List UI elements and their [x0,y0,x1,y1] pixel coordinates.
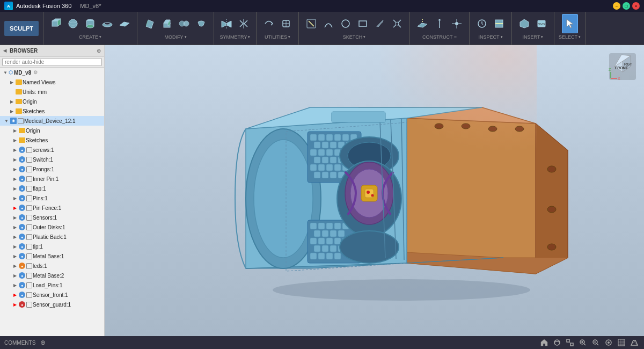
comments-add-button[interactable]: ⊕ [38,337,48,348]
construct-plane-button[interactable] [414,14,430,33]
tree-label-load-pins: Load_Pins:1 [33,282,63,288]
extrude-button[interactable] [159,14,175,33]
sketch-rect-button[interactable] [355,14,371,33]
model-3d[interactable] [203,75,579,306]
svg-point-69 [462,123,470,129]
tree-item-sketches2[interactable]: ▶ Sketches [0,135,104,145]
svg-rect-148 [567,339,569,342]
modify-label: MODIFY ▾ [165,34,187,40]
plane-tool-button[interactable] [116,14,133,33]
zoom-out-button[interactable] [590,337,601,348]
display-settings-button[interactable] [603,337,614,348]
tree-item-sensors[interactable]: ▶ ● Sensors:1 [0,213,104,222]
repair-button[interactable] [278,14,294,33]
select-button[interactable] [562,14,578,33]
tree-item-leds[interactable]: ▶ ● leds:1 [0,261,104,271]
utilities-label: UTILITIES ▾ [265,34,290,40]
tree-item-prongs[interactable]: ▶ ● Prongs:1 [0,164,104,174]
symmetry-remove-button[interactable] [236,14,252,33]
home-view-button[interactable] [539,337,550,348]
tree-arrow-metal-base: ▶ [12,253,18,259]
cylinder-tool-button[interactable] [82,14,98,33]
sphere-tool-button[interactable] [65,14,81,33]
tree-item-switch[interactable]: ▶ ● Switch:1 [0,155,104,164]
tree-item-metal-base[interactable]: ▶ ● Metal Base:1 [0,251,104,261]
tree-item-screws[interactable]: ▶ ● screws:1 [0,145,104,155]
tree-item-sketches[interactable]: ▶ Sketches [0,106,104,116]
folder-icon-origin2 [19,128,25,133]
svg-point-64 [547,206,556,213]
tree-item-sensor-guard[interactable]: ▶ ● Sensor_guard:1 [0,300,104,309]
sketch-circle-button[interactable] [338,14,354,33]
svg-rect-88 [318,149,325,156]
tree-item-medical-device[interactable]: ▼ ◉ Medical_Device_12:1 [0,116,104,126]
sketch-arc-button[interactable] [320,14,336,33]
box-tool-button[interactable] [48,14,64,33]
sketch-offset-button[interactable] [372,14,388,33]
construct-axis-button[interactable] [431,14,448,33]
construct-buttons [414,14,465,33]
tree-item-outer-disks[interactable]: ▶ ● Outer Disks:1 [0,222,104,232]
tree-item-tip[interactable]: ▶ ● tip:1 [0,242,104,251]
sculpt-button[interactable]: SCULPT [4,21,39,36]
insert-svg-button[interactable]: SVG [533,14,550,33]
convert-button[interactable] [261,14,277,33]
minimize-button[interactable]: − [613,2,620,10]
perspective-button[interactable] [629,337,640,348]
tree-arrow-screws: ▶ [12,147,18,153]
svg-rect-83 [322,142,328,148]
utilities-buttons [261,14,294,33]
measure-button[interactable] [474,14,490,33]
tree-label-units: Units: mm [23,89,47,95]
svg-marker-61 [536,123,568,274]
weld-button[interactable] [193,14,209,33]
tree-item-named-views[interactable]: ▶ Named Views [0,77,104,87]
svg-rect-98 [310,164,317,171]
grid-button[interactable] [616,337,627,348]
svg-rect-129 [318,253,325,259]
tree-item-load-pins[interactable]: ▶ ● Load_Pins:1 [0,280,104,290]
tree-item-pin-fence[interactable]: ▶ ● Pin Fence:1 [0,203,104,213]
tree-item-sensor-front[interactable]: ▶ ● Sensor_front:1 [0,290,104,300]
svg-marker-33 [438,19,441,20]
tree-item-origin[interactable]: ▶ Origin [0,97,104,106]
tree-item-root[interactable]: ▼ ⬡ MD_v8 ⚙ [0,68,104,77]
svg-point-159 [608,341,610,344]
tree-item-metal-base2[interactable]: ▶ ● Metal Base:2 [0,271,104,280]
tree-item-pins[interactable]: ▶ ● Pins:1 [0,193,104,203]
symmetry-enable-button[interactable] [218,14,235,33]
sketch-line-button[interactable] [303,14,319,33]
tree-item-origin2[interactable]: ▶ Origin [0,126,104,135]
tree-arrow-medical-device: ▼ [3,118,10,124]
zoom-in-button[interactable] [577,337,588,348]
folder-icon-units [16,89,22,94]
tree-item-plastic-back[interactable]: ▶ ● Plastic Back:1 [0,232,104,242]
insert-mesh-button[interactable] [516,14,532,33]
close-button[interactable]: × [632,2,640,10]
tree-arrow-pins: ▶ [12,195,18,201]
svg-point-66 [488,126,497,132]
symmetry-group: SYMMETRY ▾ [214,12,257,45]
folder-icon-origin [16,99,22,104]
construct-point-button[interactable] [449,14,465,33]
tree-label-flap: flap:1 [33,186,46,192]
maximize-button[interactable]: □ [623,2,630,10]
edit-form-button[interactable] [142,14,158,33]
zoom-fit-button[interactable] [565,337,575,348]
orbit-button[interactable] [552,337,562,348]
merge-button[interactable] [176,14,192,33]
tree-item-units[interactable]: ▶ Units: mm [0,87,104,97]
browser-search-button[interactable]: ⊕ [97,48,101,54]
tree-item-flap[interactable]: ▶ ● flap:1 [0,184,104,193]
svg-rect-130 [326,253,333,259]
section-analysis-button[interactable] [491,14,507,33]
torus-tool-button[interactable] [99,14,115,33]
viewport[interactable]: FRONT RGT X Z [105,45,644,336]
tree-label-named-views: Named Views [23,79,56,85]
svg-line-150 [569,342,570,343]
browser-search-input[interactable] [2,58,102,66]
tree-item-inner-pin[interactable]: ▶ ● Inner Pin:1 [0,174,104,184]
nav-cube[interactable]: FRONT RGT X Z [606,50,639,83]
tree-arrow-sketches2: ▶ [12,137,18,143]
sketch-trim-button[interactable] [389,14,405,33]
